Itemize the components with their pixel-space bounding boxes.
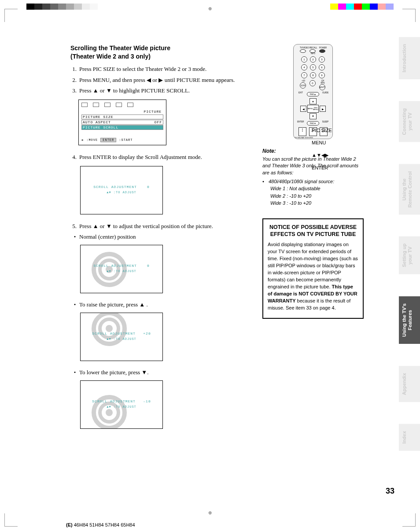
remote-button-num: 8 xyxy=(310,72,316,78)
remote-label: CH RTN xyxy=(319,80,326,84)
step-list: 5.Press ▲ or ▼ to adjust the vertical po… xyxy=(70,222,247,231)
side-tab: Index xyxy=(399,424,420,451)
callout-arrows: ▲▼◀▶ xyxy=(312,152,332,158)
osd-scroll-lowered: SCROLL ADJUSTMENT –10 ▲▼ :TO ADJUST xyxy=(80,380,163,429)
remote-button-100: 100 xyxy=(300,82,306,88)
remote-button-favup: FAV▲ xyxy=(307,92,319,96)
side-tabs: IntroductionConnecting your TVUsing the … xyxy=(399,37,420,451)
osd-tab-icon xyxy=(81,103,88,107)
step-num: 3. xyxy=(70,87,79,95)
step-text: Press PIC SIZE to select the Theater Wid… xyxy=(79,65,206,74)
bullet-text: To raise the picture, press ▲ . xyxy=(79,301,148,308)
remote-button-num: 9 xyxy=(319,72,325,78)
remote-dpad-up: ▲ xyxy=(309,98,317,104)
osd-picture-menu: PICTURE PICTURE SIZE AUTO ASPECT OFF PIC… xyxy=(78,100,166,145)
scroll-value: –10 xyxy=(143,399,151,403)
remote-dpad-down: ▼ xyxy=(309,113,317,119)
updown-icon: ▲▼ xyxy=(107,269,111,273)
remote-button-ent: ENT xyxy=(319,84,325,90)
remote-label: EXIT xyxy=(297,92,304,96)
remote-dpad: ▲ ▼ ◀ ▶ MENUDVD MENU xyxy=(298,98,328,119)
remote-button-tvvideo xyxy=(300,49,306,53)
osd-footer-start: :START xyxy=(119,138,133,142)
osd-row-label: PICTURE SIZE xyxy=(83,115,114,119)
side-column: TV/VIDEO RECALLINFO POWER 123 456 789 +1… xyxy=(262,44,364,437)
remote-label: RECALL xyxy=(309,47,317,49)
main-column: Scrolling the Theater Wide picture (Thea… xyxy=(70,44,247,437)
notice-text: Avoid displaying stationary images on yo… xyxy=(268,241,358,311)
osd-footer-btn: ENTER xyxy=(100,138,116,142)
remote-label: SLEEP xyxy=(322,121,329,125)
side-tab: Using the Remote Control xyxy=(399,164,420,215)
heading-line-2: (Theater Wide 2 and 3 only) xyxy=(70,53,151,60)
remote-button-num: 1 xyxy=(301,56,307,63)
bullet-icon: • xyxy=(70,369,79,376)
updown-icon: ▲▼ xyxy=(107,191,111,194)
osd-tab-icon xyxy=(104,103,111,107)
remote-label: +10 xyxy=(300,80,307,82)
remote-button-favdn: FAV▼ xyxy=(307,121,319,125)
step-text: Press ▲ or ▼ to highlight PICTURE SCROLL… xyxy=(79,87,190,95)
osd-row-value: OFF xyxy=(155,120,162,124)
remote-button-num: 3 xyxy=(319,56,325,63)
dpad-icon: ✥ xyxy=(81,138,84,142)
osd-tab-icon xyxy=(93,103,99,107)
remote-button-num: 5 xyxy=(310,64,316,70)
note-wide3: Wide 3 : -10 to +20 xyxy=(262,199,364,207)
remote-button-mode: ▲▼ xyxy=(298,127,306,136)
page-number: 33 xyxy=(386,487,394,496)
side-tab: Connecting your TV xyxy=(399,101,420,142)
note-wide2: Wide 2 : -10 to +20 xyxy=(262,192,364,200)
notice-body-a: Avoid displaying stationary images on yo… xyxy=(268,242,358,289)
remote-label: TV/VIDEO xyxy=(300,47,307,49)
remote-button-num: 2 xyxy=(310,56,316,63)
footer-e: (E) xyxy=(66,522,74,527)
callout-enter: ENTER xyxy=(312,165,332,170)
callout-menu: MENU xyxy=(312,140,332,145)
step-list: 1.Press PIC SIZE to select the Theater W… xyxy=(70,65,247,96)
callout-picsize: PIC SIZE xyxy=(312,128,332,133)
updown-icon: ▲▼ xyxy=(107,405,111,409)
remote-button-0: 0 xyxy=(309,80,316,86)
osd-row-label: AUTO ASPECT xyxy=(83,120,111,124)
scroll-label: SCROLL ADJUSTMENT xyxy=(92,332,136,336)
section-heading: Scrolling the Theater Wide picture (Thea… xyxy=(70,44,247,61)
heading-line-1: Scrolling the Theater Wide picture xyxy=(70,44,170,52)
remote-dpad-right: ▶ xyxy=(320,106,326,112)
side-tab: Using the TV's Features xyxy=(399,296,420,344)
bullet-text: To lower the picture, press ▼. xyxy=(79,369,148,376)
remote-side-labels: TV CBL/SAT VCR DVD xyxy=(295,137,313,139)
osd-title: PICTURE xyxy=(81,110,163,114)
osd-tab-icon xyxy=(127,103,133,107)
osd-row: AUTO ASPECT OFF xyxy=(81,120,163,125)
updown-icon: ▲▼ xyxy=(107,337,111,341)
remote-callouts: PIC SIZE MENU ▲▼◀▶ ENTER xyxy=(312,128,332,177)
footer-model-list: 46H84 51H84 57H84 65H84 xyxy=(74,522,135,527)
note-source: 480i/480p/1080i signal source: xyxy=(269,179,334,184)
scroll-label: SCROLL ADJUSTMENT xyxy=(93,185,137,189)
scroll-adjust-label: :TO ADJUST xyxy=(114,405,136,409)
step-text: Press ENTER to display the Scroll Adjust… xyxy=(79,153,202,162)
osd-scroll-normal: SCROLL ADJUSTMENT 0 ▲▼ :TO ADJUST xyxy=(80,245,163,293)
scroll-value: +20 xyxy=(143,332,151,336)
remote-button-num: 7 xyxy=(301,72,307,78)
osd-footer: ✥ :MOVE ENTER :START xyxy=(81,138,163,142)
bullet-icon: • xyxy=(70,233,79,240)
osd-iconbar xyxy=(81,103,163,109)
remote-label: GUIDE xyxy=(322,92,329,96)
osd-footer-move: :MOVE xyxy=(86,138,98,142)
note-list: •480i/480p/1080i signal source: Wide 1 :… xyxy=(262,179,364,207)
remote-diagram: TV/VIDEO RECALLINFO POWER 123 456 789 +1… xyxy=(293,44,333,139)
step-num: 4. xyxy=(70,153,79,162)
footer-models: (E) 46H84 51H84 57H84 65H84 xyxy=(66,522,135,527)
bullet-icon: • xyxy=(262,179,269,184)
step-num: 5. xyxy=(70,222,79,231)
remote-button-num: 6 xyxy=(319,64,325,70)
scroll-value: 0 xyxy=(147,185,150,189)
remote-label: INFO xyxy=(309,53,317,55)
remote-dpad-left: ◀ xyxy=(300,106,306,112)
side-tab: Introduction xyxy=(399,37,420,79)
osd-scroll-adjustment: SCROLL ADJUSTMENT 0 ▲▼ :TO ADJUST xyxy=(80,166,163,214)
notice-box: NOTICE OF POSSIBLE ADVERSE EFFECTS ON TV… xyxy=(262,218,364,319)
notice-title: NOTICE OF POSSIBLE ADVERSE EFFECTS ON TV… xyxy=(268,224,358,238)
